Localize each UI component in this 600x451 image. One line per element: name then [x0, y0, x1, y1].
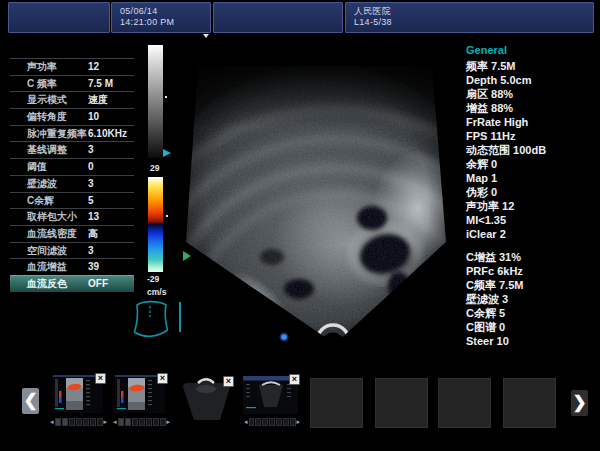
param-label: 血流线密度 — [27, 226, 77, 243]
param-label: 基线调整 — [27, 142, 67, 159]
param-value: 39 — [88, 259, 99, 276]
readout-line: Steer 10 — [466, 334, 596, 348]
param-label: C 频率 — [27, 76, 57, 93]
thumbnail-placeholder — [503, 378, 556, 428]
gain-caret-icon — [163, 149, 171, 157]
close-icon[interactable]: × — [223, 376, 234, 387]
readout-line: 动态范围 100dB — [466, 143, 596, 157]
param-label: 血流增益 — [27, 259, 67, 276]
readout-line: PRFc 6kHz — [466, 264, 596, 278]
param-value: 12 — [88, 59, 99, 76]
velocity-unit-label: cm/s — [147, 287, 166, 297]
thumbnail-sector-4[interactable]: × — [243, 376, 298, 414]
roi-caret-icon — [183, 251, 191, 261]
param-row-c-frequency[interactable]: C 频率7.5 M — [10, 75, 134, 92]
param-row-wall-filter[interactable]: 壁滤波3 — [10, 175, 134, 192]
param-row-threshold[interactable]: 阈值0 — [10, 158, 134, 175]
thumbnail-doppler-1[interactable]: × — [53, 375, 103, 413]
velocity-max-label: 29 — [150, 163, 159, 173]
grayscale-map-bar — [148, 45, 163, 158]
readout-line: Map 1 — [466, 171, 596, 185]
readout-line: C余辉 5 — [466, 306, 596, 320]
readout-line: FrRate High — [466, 115, 596, 129]
param-value: 5 — [88, 193, 94, 210]
readout-line: 频率 7.5M — [466, 59, 596, 73]
thumbnail-placeholder — [310, 378, 363, 428]
strip-prev-icon[interactable]: ◂ — [113, 417, 117, 427]
param-label: 取样包大小 — [27, 209, 77, 226]
param-value: 3 — [88, 176, 94, 193]
param-value: 高 — [88, 226, 98, 243]
param-value: 0 — [88, 159, 94, 176]
datetime-box: 05/06/14 14:21:00 PM — [111, 2, 211, 33]
readout-line: C图谱 0 — [466, 320, 596, 334]
time-text: 14:21:00 PM — [120, 17, 210, 28]
color-doppler-map-bar — [148, 177, 163, 272]
param-row-display-mode[interactable]: 显示模式速度 — [10, 91, 134, 108]
param-label: 血流反色 — [27, 276, 67, 293]
clipboard-next-button[interactable]: ❯ — [571, 390, 588, 416]
close-icon[interactable]: × — [95, 373, 106, 384]
param-label: C余辉 — [27, 193, 54, 210]
color-mode-parameter-panel: 声功率12 C 频率7.5 M 显示模式速度 偏转角度10 脉冲重复频率6.10… — [10, 58, 134, 292]
thumbnail-placeholder — [438, 378, 491, 428]
param-value: 7.5 M — [88, 76, 113, 93]
clipboard-prev-button[interactable]: ❮ — [22, 388, 39, 414]
readout-line: 余辉 0 — [466, 157, 596, 171]
readout-line: C增益 31% — [466, 250, 596, 264]
param-label: 脉冲重复频率 — [27, 126, 87, 143]
strip-prev-icon[interactable]: ◂ — [50, 417, 54, 427]
readout-line: 伪彩 0 — [466, 185, 596, 199]
param-row-c-persistence[interactable]: C余辉5 — [10, 192, 134, 209]
hospital-box: 人民医院 L14-5/38 — [345, 2, 594, 33]
param-value: 10 — [88, 109, 99, 126]
thumbnail-sector-3[interactable]: × — [178, 373, 236, 421]
param-value: 3 — [88, 142, 94, 159]
thumbnail-2-filmstrip[interactable]: ◂ ▸ — [113, 417, 171, 427]
strip-next-icon[interactable]: ▸ — [297, 417, 301, 427]
param-label: 偏转角度 — [27, 109, 67, 126]
readout-line: 扇区 88% — [466, 87, 596, 101]
param-row-line-density[interactable]: 血流线密度高 — [10, 225, 134, 242]
param-value: OFF — [88, 276, 108, 293]
param-row-prf[interactable]: 脉冲重复频率6.10KHz — [10, 125, 134, 142]
thumbnail-4-filmstrip[interactable]: ◂ ▸ — [244, 417, 300, 427]
thumbnail-1-filmstrip[interactable]: ◂ ▸ — [50, 417, 108, 427]
readout-line: 壁滤波 3 — [466, 292, 596, 306]
param-row-spatial-filter[interactable]: 空间滤波3 — [10, 242, 134, 259]
param-label: 空间滤波 — [27, 243, 67, 260]
strip-next-icon[interactable]: ▸ — [167, 417, 171, 427]
param-label: 声功率 — [27, 59, 57, 76]
readout-line: MI<1.35 — [466, 213, 596, 227]
probe-model: L14-5/38 — [354, 17, 593, 28]
thumbnail-doppler-2[interactable]: × — [115, 375, 165, 413]
param-row-color-invert-selected[interactable]: 血流反色OFF — [10, 275, 134, 292]
preset-title: General — [466, 43, 596, 57]
param-row-steer-angle[interactable]: 偏转角度10 — [10, 108, 134, 125]
param-row-packet-size[interactable]: 取样包大小13 — [10, 208, 134, 225]
param-value: 速度 — [88, 92, 108, 109]
strip-next-icon[interactable]: ▸ — [104, 417, 108, 427]
probe-position-marker-icon — [203, 34, 209, 38]
param-row-acoustic-power[interactable]: 声功率12 — [10, 58, 134, 75]
param-value: 3 — [88, 243, 94, 260]
readout-line: iClear 2 — [466, 227, 596, 241]
close-icon[interactable]: × — [289, 374, 300, 385]
ultrasound-image[interactable] — [172, 42, 462, 352]
focus-dot-icon — [281, 334, 287, 340]
thumbnail-placeholder — [375, 378, 428, 428]
param-value: 6.10KHz — [88, 126, 127, 143]
readout-line: C频率 7.5M — [466, 278, 596, 292]
ultrasound-fan-graphic — [172, 42, 462, 352]
readout-line: 声功率 12 — [466, 199, 596, 213]
readout-line: 增益 88% — [466, 101, 596, 115]
param-label: 壁滤波 — [27, 176, 57, 193]
readout-line: Depth 5.0cm — [466, 73, 596, 87]
param-label: 显示模式 — [27, 92, 67, 109]
close-icon[interactable]: × — [157, 373, 168, 384]
focus-marker-icon — [165, 96, 167, 98]
strip-prev-icon[interactable]: ◂ — [244, 417, 248, 427]
param-row-baseline[interactable]: 基线调整3 — [10, 141, 134, 158]
param-row-color-gain[interactable]: 血流增益39 — [10, 258, 134, 275]
ultrasound-app-window: 05/06/14 14:21:00 PM 人民医院 L14-5/38 声功率12… — [0, 0, 600, 451]
